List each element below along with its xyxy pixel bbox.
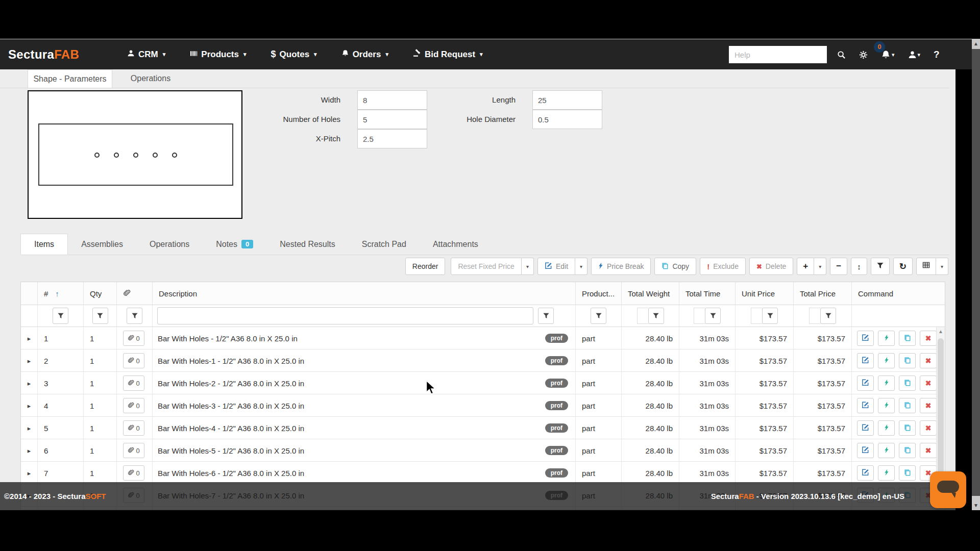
- row-price-break-button[interactable]: [878, 420, 895, 436]
- attachments-button[interactable]: 0: [123, 465, 144, 481]
- filter-time-button[interactable]: [705, 308, 721, 324]
- add-row-caret[interactable]: ▾: [814, 258, 826, 275]
- col-total-time[interactable]: Total Time: [679, 282, 736, 305]
- add-row-button[interactable]: +: [797, 258, 814, 275]
- brand-logo[interactable]: SecturaFAB: [8, 47, 79, 62]
- table-row[interactable]: ▸ 5 1 0 Bar With Holes-4 - 1/2" A36 8.0 …: [21, 417, 945, 439]
- attachments-button[interactable]: 0: [123, 443, 144, 458]
- tab-attachments[interactable]: Attachments: [420, 234, 492, 255]
- table-row[interactable]: ▸ 3 1 0 Bar With Holes-2 - 1/2" A36 8.0 …: [21, 372, 945, 394]
- row-copy-button[interactable]: [899, 465, 916, 481]
- edit-caret[interactable]: ▾: [575, 258, 587, 275]
- row-delete-button[interactable]: ✖: [920, 443, 937, 458]
- filter-product-button[interactable]: [591, 308, 606, 324]
- reset-fixed-price-caret[interactable]: ▾: [522, 258, 534, 275]
- row-copy-button[interactable]: [899, 331, 916, 346]
- tab-notes[interactable]: Notes0: [203, 234, 266, 255]
- x-pitch-field[interactable]: [357, 129, 427, 148]
- reorder-button[interactable]: Reorder: [405, 258, 446, 275]
- row-delete-button[interactable]: ✖: [920, 398, 937, 413]
- row-edit-button[interactable]: [857, 375, 874, 391]
- scroll-up-icon[interactable]: ▲: [972, 41, 980, 46]
- tab-shape-parameters[interactable]: Shape - Parameters: [28, 69, 112, 88]
- notifications-bell-icon[interactable]: 0 ▾: [881, 50, 895, 60]
- filter-toggle-button[interactable]: [871, 258, 890, 275]
- length-field[interactable]: [532, 90, 602, 110]
- exclude-button[interactable]: !Exclude: [700, 258, 746, 275]
- table-row[interactable]: ▸ 6 1 0 Bar With Holes-5 - 1/2" A36 8.0 …: [21, 439, 945, 462]
- row-delete-button[interactable]: ✖: [920, 375, 937, 391]
- help-icon[interactable]: ?: [934, 49, 940, 60]
- col-attachments[interactable]: [117, 282, 153, 305]
- row-price-break-button[interactable]: [878, 331, 895, 346]
- row-price-break-button[interactable]: [878, 443, 895, 458]
- row-delete-button[interactable]: ✖: [920, 353, 937, 368]
- resize-rows-button[interactable]: ↕: [851, 258, 867, 275]
- col-total-price[interactable]: Total Price: [794, 282, 852, 305]
- row-expand[interactable]: ▸: [21, 439, 38, 462]
- number-of-holes-field[interactable]: [357, 110, 427, 129]
- menu-bid-request[interactable]: Bid Request▾: [401, 39, 495, 70]
- page-scrollbar[interactable]: ▲ ▼: [972, 39, 980, 510]
- grid-view-button[interactable]: [916, 258, 936, 275]
- row-copy-button[interactable]: [899, 353, 916, 368]
- filter-attachments-button[interactable]: [127, 308, 142, 324]
- refresh-button[interactable]: ↻: [893, 258, 913, 275]
- table-row[interactable]: ▸ 2 1 0 Bar With Holes-1 - 1/2" A36 8.0 …: [21, 349, 945, 372]
- filter-description-input[interactable]: [157, 307, 533, 324]
- filter-unit-price-button[interactable]: [762, 308, 778, 324]
- row-edit-button[interactable]: [857, 465, 874, 481]
- menu-crm[interactable]: CRM▾: [115, 39, 178, 70]
- row-delete-button[interactable]: ✖: [920, 331, 937, 346]
- row-copy-button[interactable]: [899, 420, 916, 436]
- filter-total-price-button[interactable]: [820, 308, 836, 324]
- col-description[interactable]: Description: [153, 282, 576, 305]
- row-copy-button[interactable]: [899, 398, 916, 413]
- row-price-break-button[interactable]: [878, 375, 895, 391]
- col-qty[interactable]: Qty: [84, 282, 117, 305]
- row-copy-button[interactable]: [899, 443, 916, 458]
- row-expand[interactable]: ▸: [21, 417, 38, 439]
- tab-items[interactable]: Items: [20, 234, 68, 255]
- row-expand[interactable]: ▸: [21, 462, 38, 484]
- help-search-input[interactable]: [729, 46, 827, 63]
- chat-widget-button[interactable]: [930, 471, 966, 508]
- row-edit-button[interactable]: [857, 331, 874, 346]
- tab-scratch-pad[interactable]: Scratch Pad: [349, 234, 420, 255]
- account-icon[interactable]: ▾: [908, 51, 921, 59]
- scroll-up-icon[interactable]: ▲: [937, 329, 945, 334]
- table-row[interactable]: ▸ 7 1 0 Bar With Holes-6 - 1/2" A36 8.0 …: [21, 462, 945, 484]
- tab-operations-params[interactable]: Operations: [122, 69, 179, 88]
- attachments-button[interactable]: 0: [123, 420, 144, 436]
- row-delete-button[interactable]: ✖: [920, 420, 937, 436]
- table-row[interactable]: ▸ 4 1 0 Bar With Holes-3 - 1/2" A36 8.0 …: [21, 394, 945, 417]
- filter-num-button[interactable]: [53, 308, 68, 324]
- tab-nested-results[interactable]: Nested Results: [266, 234, 349, 255]
- row-price-break-button[interactable]: [878, 398, 895, 413]
- width-field[interactable]: [357, 90, 427, 110]
- page-scrollbar-thumb[interactable]: [972, 49, 980, 496]
- tab-assemblies[interactable]: Assemblies: [68, 234, 136, 255]
- delete-button[interactable]: ✖Delete: [749, 258, 793, 275]
- table-scrollbar-thumb[interactable]: [938, 338, 944, 473]
- attachments-button[interactable]: 0: [123, 398, 144, 413]
- price-break-button[interactable]: Price Break: [591, 258, 651, 275]
- filter-qty-button[interactable]: [92, 308, 108, 324]
- copy-button[interactable]: Copy: [654, 258, 696, 275]
- col-num[interactable]: #↑: [38, 282, 84, 305]
- search-icon[interactable]: [837, 51, 846, 59]
- edit-button[interactable]: Edit: [537, 258, 575, 275]
- attachments-button[interactable]: 0: [123, 375, 144, 391]
- row-expand[interactable]: ▸: [21, 372, 38, 394]
- tab-operations[interactable]: Operations: [136, 234, 203, 255]
- hole-diameter-field[interactable]: [532, 110, 602, 129]
- row-edit-button[interactable]: [857, 398, 874, 413]
- menu-orders[interactable]: Orders▾: [329, 39, 401, 70]
- scroll-down-icon[interactable]: ▼: [972, 503, 980, 508]
- col-product[interactable]: Product...: [576, 282, 622, 305]
- row-price-break-button[interactable]: [878, 353, 895, 368]
- attachments-button[interactable]: 0: [123, 353, 144, 368]
- row-expand[interactable]: ▸: [21, 394, 38, 417]
- table-row[interactable]: ▸ 1 1 0 Bar With Holes - 1/2" A36 8.0 in…: [21, 327, 945, 349]
- row-price-break-button[interactable]: [878, 465, 895, 481]
